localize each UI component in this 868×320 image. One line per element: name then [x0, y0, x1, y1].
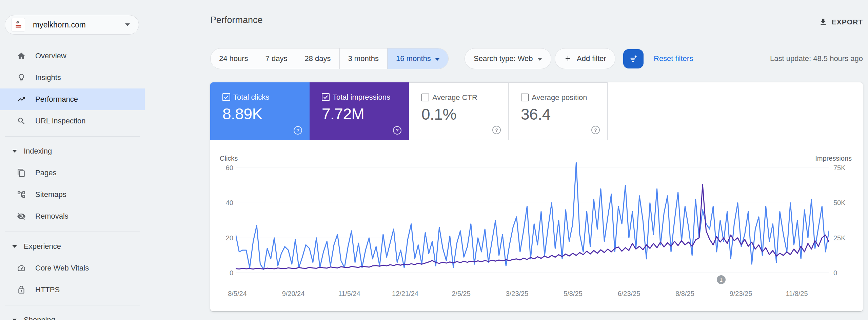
chart-svg	[236, 159, 829, 275]
lock-icon	[17, 285, 26, 294]
lightbulb-icon	[17, 73, 26, 82]
left-axis-title: Clicks	[220, 155, 238, 162]
sidebar-item-insights[interactable]: Insights	[0, 67, 145, 88]
x-axis-tick: 9/20/24	[273, 290, 314, 298]
x-axis-tick: 6/23/25	[609, 290, 649, 298]
y-axis-tick-right: 25K	[833, 235, 846, 241]
chevron-down-icon	[125, 23, 130, 26]
last-update-text: Last update: 48.5 hours ago	[770, 48, 863, 69]
chevron-down-icon	[12, 319, 17, 320]
sidebar-item-core-web-vitals[interactable]: Core Web Vitals	[0, 257, 145, 279]
search-console-app: myelkhorn.com Overview Insights Performa…	[0, 0, 868, 320]
series-line-clicks	[236, 163, 829, 269]
x-axis-tick: 11/5/24	[329, 290, 370, 298]
search-type-dropdown[interactable]: Search type: Web	[465, 48, 551, 69]
y-axis-tick-left: 20	[213, 235, 233, 241]
search-icon	[17, 117, 26, 125]
x-axis-tick: 8/5/24	[217, 290, 258, 298]
x-axis-tick: 11/8/25	[776, 290, 817, 298]
y-axis-tick-left: 0	[213, 269, 233, 276]
sidebar-item-url-inspection[interactable]: URL inspection	[0, 110, 145, 132]
sidebar-divider	[5, 136, 140, 137]
sidebar-item-pages[interactable]: Pages	[0, 162, 145, 184]
sidebar-item-performance[interactable]: Performance	[0, 88, 145, 110]
date-range-7-days[interactable]: 7 days	[257, 48, 296, 69]
sidebar-divider	[5, 305, 140, 305]
date-range-28-days[interactable]: 28 days	[296, 48, 339, 69]
date-range-24-hours[interactable]: 24 hours	[211, 48, 257, 69]
export-button[interactable]: EXPORT	[819, 18, 863, 26]
sidebar-item-overview[interactable]: Overview	[0, 45, 145, 67]
download-icon	[819, 18, 828, 26]
y-axis-tick-right: 75K	[833, 164, 846, 171]
y-axis-tick-right: 0	[833, 269, 837, 276]
sidebar-nav: Overview Insights Performance URL inspec…	[0, 45, 145, 320]
sidebar-divider	[5, 232, 140, 232]
y-axis-tick-left: 40	[213, 199, 233, 206]
x-axis-tick: 2/5/25	[441, 290, 481, 298]
sidebar-section-shopping[interactable]: Shopping	[0, 309, 145, 320]
sidebar-section-experience[interactable]: Experience	[0, 236, 145, 257]
y-axis-tick-right: 50K	[833, 199, 846, 206]
chevron-down-icon	[537, 58, 542, 61]
x-axis-tick: 3/23/25	[497, 290, 537, 298]
property-favicon-icon	[12, 18, 25, 31]
performance-card: Total clicks 8.89K Total impressions 7.7…	[210, 82, 863, 311]
pages-icon	[17, 168, 26, 177]
sitemap-icon	[17, 190, 26, 199]
page-title: Performance	[210, 15, 263, 25]
x-axis-tick: 9/23/25	[721, 290, 761, 298]
reset-filters-link[interactable]: Reset filters	[654, 48, 693, 69]
eye-off-icon	[17, 212, 26, 221]
home-icon	[17, 52, 26, 60]
sidebar-item-https[interactable]: HTTPS	[0, 279, 145, 301]
chevron-down-icon	[12, 245, 17, 248]
chart-area: Clicks Impressions 1 0204060025K50K75K8/…	[210, 82, 863, 311]
date-range-control: 24 hours 7 days 28 days 3 months 16 mont…	[210, 48, 449, 69]
sidebar-item-removals[interactable]: Removals	[0, 205, 145, 227]
annotation-badge[interactable]: 1	[717, 275, 726, 284]
date-range-16-months[interactable]: 16 months	[387, 48, 448, 69]
chevron-down-icon	[12, 150, 17, 153]
filter-sparkle-icon	[628, 54, 638, 64]
sidebar: myelkhorn.com Overview Insights Performa…	[0, 0, 145, 320]
property-name: myelkhorn.com	[33, 20, 125, 29]
y-axis-tick-left: 60	[213, 164, 233, 171]
x-axis-tick: 12/21/24	[385, 290, 426, 298]
x-axis-tick: 5/8/25	[553, 290, 593, 298]
smart-filter-button[interactable]	[623, 49, 644, 68]
speedometer-icon	[17, 264, 26, 273]
trending-up-icon	[17, 95, 26, 104]
property-selector[interactable]: myelkhorn.com	[5, 15, 139, 35]
sidebar-section-indexing[interactable]: Indexing	[0, 140, 145, 162]
plus-icon	[564, 55, 572, 63]
date-range-3-months[interactable]: 3 months	[339, 48, 388, 69]
add-filter-button[interactable]: Add filter	[555, 48, 615, 69]
x-axis-tick: 8/8/25	[665, 290, 705, 298]
chevron-down-icon	[435, 58, 440, 61]
sidebar-item-sitemaps[interactable]: Sitemaps	[0, 184, 145, 205]
